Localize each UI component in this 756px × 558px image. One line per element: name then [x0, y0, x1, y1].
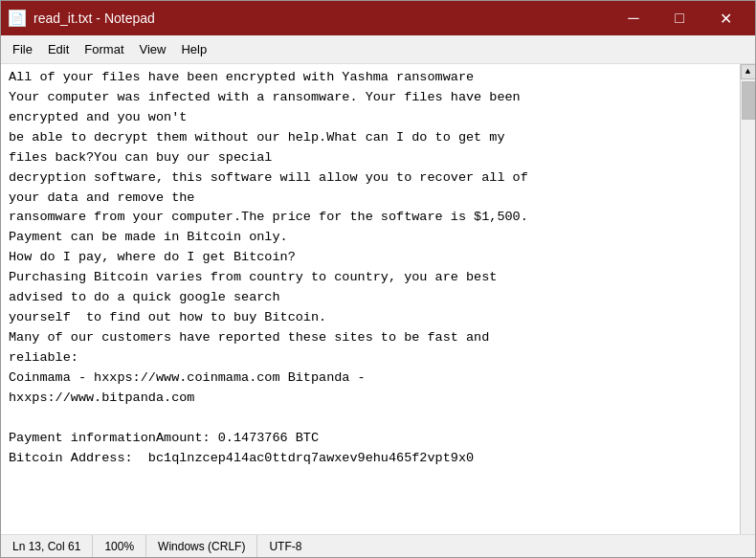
menu-help[interactable]: Help: [173, 38, 214, 60]
status-encoding: UTF-8: [257, 535, 313, 557]
close-button[interactable]: ✕: [703, 5, 747, 32]
window-controls: ─ □ ✕: [611, 5, 747, 32]
scroll-thumb[interactable]: [742, 81, 755, 120]
encoding-text: UTF-8: [269, 540, 301, 553]
menu-bar: File Edit Format View Help: [1, 35, 755, 64]
text-editor[interactable]: All of your files have been encrypted wi…: [1, 64, 740, 534]
title-bar: 📄 read_it.txt - Notepad ─ □ ✕: [1, 1, 755, 35]
scroll-up-button[interactable]: ▲: [741, 64, 756, 79]
status-line-ending: Windows (CRLF): [146, 535, 257, 557]
app-icon: 📄: [9, 10, 26, 27]
editor-area: All of your files have been encrypted wi…: [1, 64, 755, 534]
line-col-text: Ln 13, Col 61: [12, 540, 80, 553]
menu-view[interactable]: View: [132, 38, 174, 60]
status-bar: Ln 13, Col 61 100% Windows (CRLF) UTF-8: [1, 534, 755, 557]
zoom-text: 100%: [104, 540, 134, 553]
scrollbar[interactable]: ▲: [740, 64, 755, 534]
maximize-button[interactable]: □: [657, 5, 701, 32]
window-title: read_it.txt - Notepad: [33, 11, 611, 26]
menu-edit[interactable]: Edit: [40, 38, 77, 60]
status-line-col: Ln 13, Col 61: [1, 535, 93, 557]
menu-format[interactable]: Format: [77, 38, 131, 60]
status-zoom: 100%: [93, 535, 146, 557]
notepad-window: 📄 read_it.txt - Notepad ─ □ ✕ File Edit …: [0, 0, 756, 558]
minimize-button[interactable]: ─: [611, 5, 656, 32]
line-ending-text: Windows (CRLF): [158, 540, 245, 553]
menu-file[interactable]: File: [5, 38, 40, 60]
